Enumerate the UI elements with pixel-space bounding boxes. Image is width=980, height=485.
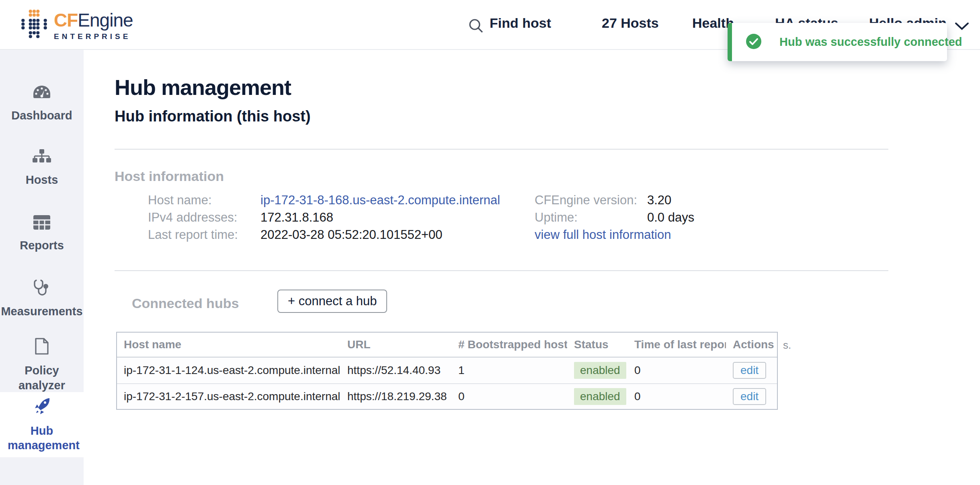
brand-cf: CF	[54, 10, 78, 31]
cell-host-name: ip-172-31-2-157.us-east-2.compute.intern…	[117, 390, 340, 403]
brand-engine: Engine	[78, 10, 133, 31]
main-content: Hub management Hub information (this hos…	[84, 50, 980, 485]
cell-bootstrapped-hosts: 0	[451, 390, 567, 403]
page-subtitle: Hub information (this host)	[115, 108, 311, 125]
chevron-down-icon[interactable]	[953, 20, 970, 34]
cell-actions: edit	[726, 388, 777, 405]
column-status: Status	[567, 338, 627, 351]
cell-host-name: ip-172-31-1-124.us-east-2.compute.intern…	[117, 364, 340, 377]
ipv4-value: 172.31.8.168	[260, 211, 333, 224]
cell-status: enabled	[567, 362, 627, 379]
stethoscope-icon	[33, 279, 51, 298]
host-name-label: Host name:	[148, 194, 260, 206]
last-report-label: Last report time:	[148, 228, 260, 241]
sidebar-item-reports[interactable]: Reports	[0, 203, 84, 265]
stray-text: s.	[783, 339, 791, 351]
column-url: URL	[340, 338, 451, 351]
cfengine-version-row: CFEngine version: 3.20	[535, 194, 694, 206]
sidebar-item-label: Reports	[20, 238, 64, 253]
edit-button[interactable]: edit	[733, 362, 766, 379]
host-info-right: CFEngine version: 3.20 Uptime: 0.0 days …	[535, 194, 694, 241]
nav-hosts-count[interactable]: 27 Hosts	[602, 15, 659, 31]
sidebar-item-dashboard[interactable]: Dashboard	[0, 72, 84, 135]
page-title: Hub management	[115, 75, 291, 100]
view-full-host-information-link[interactable]: view full host information	[535, 228, 671, 241]
divider	[115, 149, 888, 150]
cell-time-of-last-report: 0	[627, 390, 726, 403]
column-time-of-last-report: Time of last report	[627, 338, 726, 351]
ipv4-row: IPv4 addresses: 172.31.8.168	[148, 211, 500, 224]
toast-message: Hub was successfully connected	[779, 35, 962, 49]
cell-time-of-last-report: 0	[627, 364, 726, 377]
cell-bootstrapped-hosts: 1	[451, 364, 567, 377]
cfengine-logo[interactable]: CFEngine ENTERPRISE	[21, 9, 133, 42]
cell-url: https://52.14.40.93	[340, 364, 451, 377]
host-name-link[interactable]: ip-172-31-8-168.us-east-2.compute.intern…	[260, 194, 500, 206]
uptime-value: 0.0 days	[647, 211, 694, 224]
table-row: ip-172-31-1-124.us-east-2.compute.intern…	[117, 358, 777, 383]
column-actions: Actions	[726, 338, 777, 351]
host-information-heading: Host information	[115, 169, 224, 184]
uptime-row: Uptime: 0.0 days	[535, 211, 694, 224]
status-badge: enabled	[574, 388, 626, 405]
cell-url: https://18.219.29.38	[340, 390, 451, 403]
sitemap-icon	[33, 148, 51, 166]
sidebar-item-label: Hosts	[26, 173, 58, 187]
file-icon	[34, 337, 49, 357]
last-report-row: Last report time: 2022-03-28 05:52:20.10…	[148, 228, 500, 241]
cfengine-wordmark: CFEngine ENTERPRISE	[54, 11, 133, 40]
sidebar-item-label: Hub management	[8, 423, 76, 453]
sidebar-item-label: Policy analyzer	[0, 363, 84, 393]
search-icon[interactable]	[467, 17, 485, 36]
table-row: ip-172-31-2-157.us-east-2.compute.intern…	[117, 383, 777, 409]
cfengine-robot-icon	[21, 9, 47, 42]
check-circle-icon	[746, 33, 762, 51]
sidebar: Dashboard Hosts Re	[0, 50, 84, 485]
sidebar-item-label: Dashboard	[11, 108, 72, 123]
brand-enterprise: ENTERPRISE	[54, 33, 133, 40]
cell-status: enabled	[567, 388, 627, 405]
connect-a-hub-button[interactable]: + connect a hub	[277, 290, 387, 313]
gauge-icon	[32, 84, 51, 102]
sidebar-item-policy-analyzer[interactable]: Policy analyzer	[0, 334, 84, 396]
column-host-name: Host name	[117, 338, 340, 351]
host-info-left: Host name: ip-172-31-8-168.us-east-2.com…	[148, 194, 500, 241]
uptime-label: Uptime:	[535, 211, 647, 224]
connected-hubs-heading: Connected hubs	[132, 296, 239, 311]
column-bootstrapped-hosts: # Bootstrapped hosts	[451, 338, 567, 351]
host-name-row: Host name: ip-172-31-8-168.us-east-2.com…	[148, 194, 500, 206]
table-header-row: Host name URL # Bootstrapped hosts Statu…	[117, 333, 777, 358]
sidebar-item-label: Measurements	[1, 304, 82, 319]
sidebar-item-measurements[interactable]: Measurements	[0, 268, 84, 330]
cfengine-version-value: 3.20	[647, 194, 671, 206]
find-host-search[interactable]: Find host	[490, 15, 551, 31]
cfengine-version-label: CFEngine version:	[535, 194, 647, 206]
ipv4-label: IPv4 addresses:	[148, 211, 260, 224]
view-full-row: view full host information	[535, 228, 694, 241]
connected-hubs-table: Host name URL # Bootstrapped hosts Statu…	[116, 332, 778, 410]
toast-success[interactable]: Hub was successfully connected	[728, 23, 947, 61]
sidebar-item-hub-management[interactable]: Hub management	[0, 392, 84, 457]
divider	[115, 270, 888, 271]
sidebar-item-hosts[interactable]: Hosts	[0, 137, 84, 199]
cell-actions: edit	[726, 362, 777, 379]
last-report-value: 2022-03-28 05:52:20.101552+00	[260, 228, 443, 241]
edit-button[interactable]: edit	[733, 388, 766, 405]
status-badge: enabled	[574, 362, 626, 379]
table-icon	[33, 215, 51, 232]
rocket-icon	[33, 397, 51, 417]
